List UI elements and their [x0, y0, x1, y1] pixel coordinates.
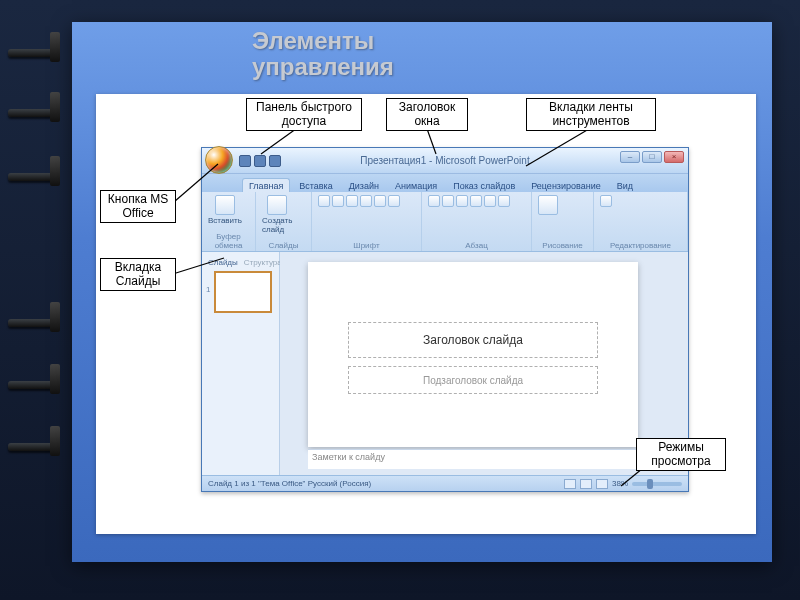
notes-pane[interactable]: Заметки к слайду	[308, 449, 638, 469]
zoom-slider[interactable]	[632, 482, 682, 486]
status-left: Слайд 1 из 1 "Тема Office" Русский (Росс…	[208, 479, 371, 488]
tab-design[interactable]: Дизайн	[342, 178, 386, 192]
subtitle-placeholder[interactable]: Подзаголовок слайда	[348, 366, 598, 394]
group-label-paragraph: Абзац	[428, 241, 525, 250]
canvas-area: Заголовок слайда Подзаголовок слайда Зам…	[280, 252, 688, 475]
para-btn[interactable]	[456, 195, 468, 207]
new-slide-icon	[267, 195, 287, 215]
new-slide-button[interactable]: Создать слайд	[262, 195, 292, 234]
zoom-percent: 38%	[612, 479, 628, 488]
new-slide-label: Создать слайд	[262, 216, 292, 234]
font-btn[interactable]	[374, 195, 386, 207]
para-btn[interactable]	[498, 195, 510, 207]
callout-office-button: Кнопка MS Office	[100, 190, 176, 223]
callout-view-modes: Режимы просмотра	[636, 438, 726, 471]
slide-heading: Элементы управления	[252, 28, 394, 81]
ribbon-tab-strip: Главная Вставка Дизайн Анимация Показ сл…	[202, 174, 688, 192]
tab-view[interactable]: Вид	[610, 178, 640, 192]
tab-home[interactable]: Главная	[242, 178, 290, 192]
binder-rings	[0, 0, 70, 600]
window-title: Презентация1 - Microsoft PowerPoint	[360, 155, 529, 166]
paste-button[interactable]: Вставить	[208, 195, 242, 225]
office-button[interactable]	[205, 146, 233, 174]
titlebar: Презентация1 - Microsoft PowerPoint – □ …	[202, 148, 688, 174]
lecture-slide: Элементы управления Панель быстрого дост…	[72, 22, 772, 562]
save-icon[interactable]	[239, 155, 251, 167]
ribbon-group-font: Шрифт	[312, 192, 422, 251]
callout-slides-tab: Вкладка Слайды	[100, 258, 176, 291]
ribbon-group-clipboard: Вставить Буфер обмена	[202, 192, 256, 251]
slide-thumbnail[interactable]	[214, 271, 272, 313]
font-btn[interactable]	[332, 195, 344, 207]
font-btn[interactable]	[318, 195, 330, 207]
title-placeholder[interactable]: Заголовок слайда	[348, 322, 598, 358]
shapes-icon	[538, 195, 558, 215]
find-button[interactable]	[600, 195, 612, 207]
pane-tab-outline[interactable]: Структура	[244, 258, 282, 267]
ribbon-group-editing: Редактирование	[594, 192, 688, 251]
window-controls: – □ ×	[620, 151, 684, 163]
status-bar: Слайд 1 из 1 "Тема Office" Русский (Росс…	[202, 475, 688, 491]
minimize-button[interactable]: –	[620, 151, 640, 163]
close-button[interactable]: ×	[664, 151, 684, 163]
group-label-clipboard: Буфер обмена	[208, 232, 249, 250]
maximize-button[interactable]: □	[642, 151, 662, 163]
group-label-editing: Редактирование	[600, 241, 681, 250]
tab-insert[interactable]: Вставка	[292, 178, 339, 192]
view-slideshow-button[interactable]	[596, 479, 608, 489]
paste-icon	[215, 195, 235, 215]
view-sorter-button[interactable]	[580, 479, 592, 489]
find-icon	[600, 195, 612, 207]
paste-label: Вставить	[208, 216, 242, 225]
pane-tab-slides[interactable]: Слайды	[208, 258, 238, 267]
font-btn[interactable]	[360, 195, 372, 207]
ribbon: Вставить Буфер обмена Создать слайд Слай…	[202, 192, 688, 252]
callout-qat: Панель быстрого доступа	[246, 98, 362, 131]
group-label-slides: Слайды	[262, 241, 305, 250]
tab-animation[interactable]: Анимация	[388, 178, 444, 192]
group-label-font: Шрифт	[318, 241, 415, 250]
slides-pane: Слайды Структура 1	[202, 252, 280, 475]
work-area: Слайды Структура 1 Заголовок слайда Подз…	[202, 252, 688, 475]
heading-line2: управления	[252, 53, 394, 80]
callout-ribbon-tabs: Вкладки ленты инструментов	[526, 98, 656, 131]
thumb-number: 1	[206, 285, 210, 294]
para-btn[interactable]	[442, 195, 454, 207]
group-label-drawing: Рисование	[538, 241, 587, 250]
ribbon-group-paragraph: Абзац	[422, 192, 532, 251]
heading-line1: Элементы	[252, 27, 374, 54]
powerpoint-window: Презентация1 - Microsoft PowerPoint – □ …	[201, 147, 689, 492]
drawing-button[interactable]	[538, 195, 558, 215]
para-btn[interactable]	[470, 195, 482, 207]
diagram-area: Панель быстрого доступа Заголовок окна В…	[96, 94, 756, 534]
para-btn[interactable]	[428, 195, 440, 207]
undo-icon[interactable]	[254, 155, 266, 167]
tab-slideshow[interactable]: Показ слайдов	[446, 178, 522, 192]
view-normal-button[interactable]	[564, 479, 576, 489]
ribbon-group-slides: Создать слайд Слайды	[256, 192, 312, 251]
redo-icon[interactable]	[269, 155, 281, 167]
font-btn[interactable]	[346, 195, 358, 207]
tab-review[interactable]: Рецензирование	[524, 178, 608, 192]
ribbon-group-drawing: Рисование	[532, 192, 594, 251]
font-btn[interactable]	[388, 195, 400, 207]
callout-window-title: Заголовок окна	[386, 98, 468, 131]
quick-access-toolbar[interactable]	[239, 155, 281, 167]
slide-canvas[interactable]: Заголовок слайда Подзаголовок слайда	[308, 262, 638, 447]
para-btn[interactable]	[484, 195, 496, 207]
